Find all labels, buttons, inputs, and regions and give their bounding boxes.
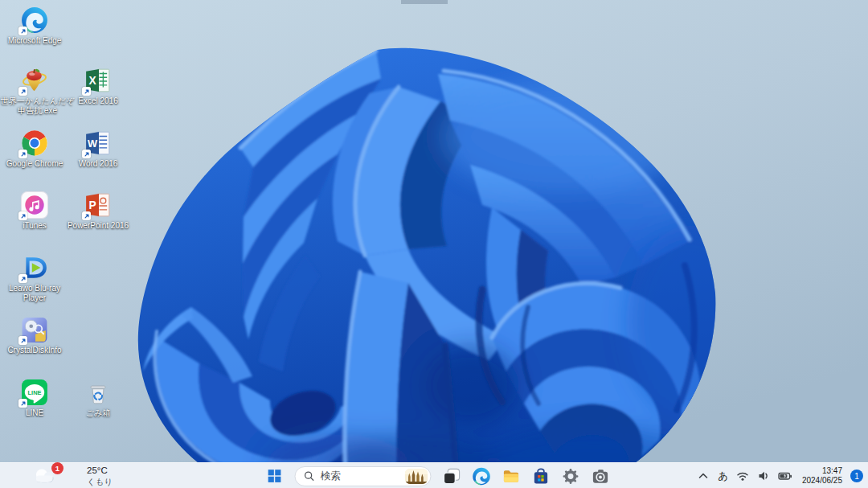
weather-condition: くもり [87, 477, 113, 486]
desktop-icon-crystaldiskinfo[interactable]: CrystalDiskInfo [0, 314, 69, 355]
desktop-icon-label: ごみ箱 [86, 408, 110, 418]
crystaldiskinfo-icon [21, 316, 48, 343]
clock[interactable]: 13:47 2024/06/25 [802, 466, 842, 486]
microsoft-edge-icon [21, 6, 48, 34]
start-button[interactable] [265, 466, 285, 486]
tray-chevron-button[interactable] [697, 470, 710, 482]
notification-badge[interactable]: 1 [850, 470, 863, 482]
shortcut-arrow-icon [18, 211, 27, 220]
desktop-icon-label: Google Chrome [6, 159, 63, 169]
desktop-icon-label: Word 2016 [79, 159, 118, 169]
desktop-icon-word[interactable]: Word 2016 [63, 128, 133, 169]
hidden-window-sliver [401, 0, 448, 4]
wifi-button[interactable] [736, 470, 749, 482]
desktop-icon-label: LINE [26, 408, 43, 418]
shortcut-arrow-icon [18, 274, 27, 283]
desktop-icon-label: Excel 2016 [78, 96, 117, 106]
desktop-icon-sekaiichi[interactable]: 世界一かんたんだぞ申告抗.exe [0, 65, 69, 116]
shortcut-arrow-icon [18, 399, 27, 408]
word-icon [84, 129, 112, 157]
clock-time: 13:47 [822, 466, 842, 476]
shortcut-arrow-icon [18, 336, 27, 345]
powerpoint-icon [84, 191, 112, 219]
sekaiichi-app-icon [21, 67, 48, 94]
task-view-button[interactable] [442, 466, 461, 486]
desktop-icon-google-chrome[interactable]: Google Chrome [0, 128, 69, 169]
desktop-icon-recycle-bin[interactable]: ごみ箱 [63, 377, 133, 418]
weather-temp: 25°C [87, 465, 113, 476]
search-placeholder: 検索 [321, 470, 399, 483]
weather-alert-badge: 1 [51, 462, 63, 474]
shortcut-arrow-icon [18, 87, 27, 96]
desktop-icon-excel[interactable]: Excel 2016 [63, 65, 133, 106]
excel-icon [84, 67, 112, 94]
google-chrome-icon [21, 129, 48, 157]
line-icon [21, 379, 48, 406]
folder-icon [502, 467, 520, 486]
desktop-icon-itunes[interactable]: iTunes [0, 190, 69, 231]
shortcut-arrow-icon [18, 150, 27, 158]
file-explorer-button[interactable] [502, 466, 521, 486]
desktop-icon-label: Leawo Blu-rayPlayer [9, 284, 60, 303]
camera-icon [591, 467, 609, 486]
recycle-bin-icon [84, 379, 112, 406]
desktop-icon-powerpoint[interactable]: PowerPoint 2016 [63, 190, 133, 231]
camera-button[interactable] [591, 466, 610, 486]
search-box[interactable]: 検索 [295, 466, 432, 486]
speaker-icon [757, 470, 770, 482]
wifi-icon [736, 470, 749, 482]
desktop-icon-label: Microsoft Edge [8, 36, 62, 46]
search-highlight-image [405, 469, 428, 484]
desktop-icon-microsoft-edge[interactable]: Microsoft Edge [0, 5, 69, 46]
shortcut-arrow-icon [82, 150, 91, 158]
shortcut-arrow-icon [82, 211, 91, 220]
desktop-icon-line[interactable]: LINE [0, 377, 69, 418]
leawo-icon [21, 254, 48, 281]
desktop-icon-label: iTunes [23, 221, 47, 231]
taskbar: 1 25°C くもり 検索 あ 13:47 2024/06/25 1 [0, 462, 868, 488]
task-view-icon [442, 467, 461, 486]
chevron-up-icon [697, 470, 710, 482]
ime-indicator[interactable]: あ [718, 470, 728, 483]
desktop-icon-label: PowerPoint 2016 [68, 221, 129, 231]
store-bag-icon [531, 467, 550, 486]
windows-logo-icon [267, 468, 283, 484]
volume-button[interactable] [757, 470, 770, 482]
shortcut-arrow-icon [18, 27, 27, 35]
microsoft-store-button[interactable] [531, 466, 551, 486]
search-icon [304, 470, 315, 482]
gear-icon [561, 467, 579, 486]
edge-taskbar-button[interactable] [472, 466, 491, 486]
battery-icon [778, 470, 792, 482]
battery-button[interactable] [778, 470, 792, 482]
clock-date: 2024/06/25 [802, 476, 842, 486]
desktop-icon-label: CrystalDiskInfo [7, 346, 61, 355]
desktop-icon-leawo[interactable]: Leawo Blu-rayPlayer [0, 252, 69, 303]
settings-button[interactable] [561, 466, 580, 486]
itunes-icon [21, 191, 48, 219]
shortcut-arrow-icon [82, 87, 91, 96]
edge-icon [472, 467, 490, 486]
weather-widget[interactable]: 1 25°C くもり [32, 463, 113, 488]
